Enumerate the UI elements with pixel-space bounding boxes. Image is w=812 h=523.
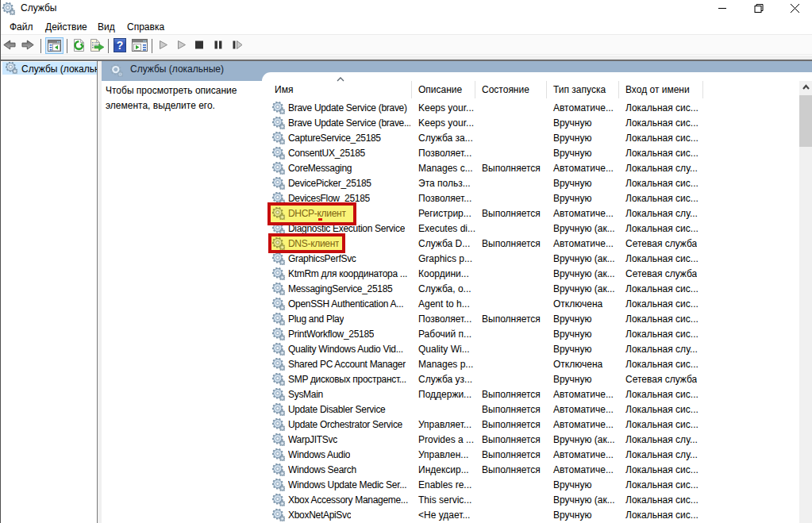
svg-text:?: ?	[117, 39, 124, 52]
